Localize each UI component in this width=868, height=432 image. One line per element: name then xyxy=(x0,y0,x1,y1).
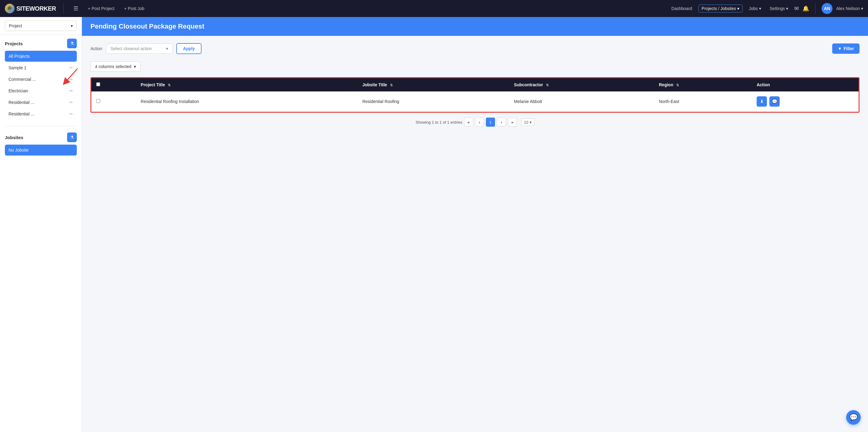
top-navigation: 🪖 SITEWORKER ☰ + Post Project + Post Job… xyxy=(0,0,868,17)
sidebar-item-commercial[interactable]: Commercial ... ✏ xyxy=(5,74,77,85)
cell-action: ⬇ 💬 xyxy=(752,91,859,112)
table-row: Residential Roofing Installation Residen… xyxy=(91,91,859,112)
first-page-button[interactable]: « xyxy=(464,118,473,127)
edit-icon[interactable]: ✏ xyxy=(69,77,73,82)
project-selector-area: Project ▾ xyxy=(0,17,82,35)
logo-icon: 🪖 xyxy=(5,4,14,13)
sidebar-item-all-projects[interactable]: All Projects xyxy=(5,51,77,62)
message-button[interactable]: 💬 xyxy=(769,96,780,107)
filter-button[interactable]: ▼ Filter xyxy=(832,44,860,54)
main-content: Pending Closeout Package Request Action … xyxy=(82,17,868,432)
col-jobsite-title[interactable]: Jobsite Title ⇅ xyxy=(358,78,509,91)
chevron-down-icon: ▾ xyxy=(71,23,73,28)
content-area: Action Select closeout action ▾ Apply ▼ … xyxy=(82,36,868,432)
jobsites-section: Jobsites ⚗ No Jobsite xyxy=(0,129,82,160)
columns-selector[interactable]: 4 columns selected ▾ xyxy=(90,61,141,72)
chevron-down-icon: ▾ xyxy=(134,64,136,69)
bell-icon[interactable]: 🔔 xyxy=(802,5,809,12)
columns-label: 4 columns selected xyxy=(95,64,131,69)
projects-filter-button[interactable]: ⚗ xyxy=(67,38,77,48)
avatar: AN xyxy=(822,3,833,14)
jobsites-title: Jobsites xyxy=(5,135,23,140)
sidebar-item-electrician[interactable]: Electrician ✏ xyxy=(5,85,77,96)
nav-post-project[interactable]: + Post Project xyxy=(86,5,117,12)
nav-settings[interactable]: Settings ▾ xyxy=(767,5,790,12)
data-table-wrapper: Project Title ⇅ Jobsite Title ⇅ Subcontr… xyxy=(90,77,860,113)
sidebar-item-residential-2[interactable]: Residential ... ✏ xyxy=(5,109,77,119)
edit-icon[interactable]: ✏ xyxy=(69,65,73,70)
nav-projects-jobsites[interactable]: Projects / Jobsites ▾ xyxy=(699,5,743,12)
sidebar-item-label: Commercial ... xyxy=(8,77,36,82)
pagination: Showing 1 to 1 of 1 entries « ‹ 1 › » 10… xyxy=(90,113,860,132)
username-display[interactable]: Alex Neilson ▾ xyxy=(836,6,863,11)
edit-icon[interactable]: ✏ xyxy=(69,100,73,105)
pagination-info: Showing 1 to 1 of 1 entries xyxy=(415,120,462,124)
projects-section: Projects ⚗ All Projects Sample 1 ✏ Comme… xyxy=(0,35,82,124)
cell-project-title: Residential Roofing Installation xyxy=(136,91,358,112)
filter-label: Filter xyxy=(844,46,854,51)
page-1-button[interactable]: 1 xyxy=(486,118,495,127)
sidebar-divider xyxy=(5,126,77,126)
col-subcontractor[interactable]: Subcontractor ⇅ xyxy=(509,78,654,91)
per-page-selector[interactable]: 10 ▾ xyxy=(521,118,534,126)
row-action-buttons: ⬇ 💬 xyxy=(756,96,854,107)
projects-title: Projects xyxy=(5,41,23,46)
action-label: Action xyxy=(90,46,102,51)
project-dropdown[interactable]: Project ▾ xyxy=(5,21,77,31)
sort-icon: ⇅ xyxy=(546,83,549,87)
nav-right: Dashboard Projects / Jobsites ▾ Jobs ▾ S… xyxy=(669,3,863,14)
nav-jobs[interactable]: Jobs ▾ xyxy=(746,5,763,12)
sidebar-item-label: Electrician xyxy=(8,88,28,93)
download-button[interactable]: ⬇ xyxy=(756,96,767,107)
sort-icon: ⇅ xyxy=(168,83,170,87)
sidebar-item-label: No Jobsite xyxy=(8,148,29,152)
select-all-checkbox[interactable] xyxy=(96,82,100,86)
sidebar-item-no-jobsite[interactable]: No Jobsite xyxy=(5,145,77,155)
col-checkbox[interactable] xyxy=(91,78,136,91)
closeout-action-select[interactable]: Select closeout action ▾ xyxy=(106,44,173,54)
col-region[interactable]: Region ⇅ xyxy=(654,78,752,91)
chevron-down-icon: ▾ xyxy=(530,120,532,124)
hamburger-menu[interactable]: ☰ xyxy=(71,4,81,13)
col-action: Action xyxy=(752,78,859,91)
page-header: Pending Closeout Package Request xyxy=(82,17,868,36)
app-name: SITEWORKER xyxy=(17,5,56,12)
main-layout: Project ▾ Projects ⚗ All Projects Sample… xyxy=(0,17,868,432)
apply-button[interactable]: Apply xyxy=(176,43,202,54)
last-page-button[interactable]: » xyxy=(508,118,517,127)
nav-dashboard[interactable]: Dashboard xyxy=(669,5,695,12)
table-header: Project Title ⇅ Jobsite Title ⇅ Subcontr… xyxy=(91,78,859,91)
prev-page-button[interactable]: ‹ xyxy=(475,118,484,127)
cell-region: North-East xyxy=(654,91,752,112)
sidebar-item-sample1[interactable]: Sample 1 ✏ xyxy=(5,62,77,73)
jobsites-header: Jobsites ⚗ xyxy=(5,133,77,142)
page-title: Pending Closeout Package Request xyxy=(90,23,204,30)
sidebar-item-label: Residential ... xyxy=(8,112,34,116)
chat-fab-button[interactable]: 💬 xyxy=(846,410,861,425)
row-checkbox-cell[interactable] xyxy=(91,91,136,112)
data-table: Project Title ⇅ Jobsite Title ⇅ Subcontr… xyxy=(91,78,859,112)
cell-subcontractor: Melanie Abbott xyxy=(509,91,654,112)
row-checkbox[interactable] xyxy=(96,99,100,103)
projects-header: Projects ⚗ xyxy=(5,38,77,48)
filter-icon: ▼ xyxy=(838,46,842,51)
cell-jobsite-title: Residential Roofing xyxy=(358,91,509,112)
table-body: Residential Roofing Installation Residen… xyxy=(91,91,859,112)
action-bar: Action Select closeout action ▾ Apply ▼ … xyxy=(90,43,860,54)
edit-icon[interactable]: ✏ xyxy=(69,112,73,116)
col-project-title[interactable]: Project Title ⇅ xyxy=(136,78,358,91)
next-page-button[interactable]: › xyxy=(497,118,506,127)
jobsites-filter-button[interactable]: ⚗ xyxy=(67,133,77,142)
nav-post-job[interactable]: + Post Job xyxy=(122,5,147,12)
sidebar-item-label: All Projects xyxy=(8,54,30,59)
sidebar-item-residential-1[interactable]: Residential ... ✏ xyxy=(5,97,77,108)
select-placeholder: Select closeout action xyxy=(111,46,152,51)
sidebar-item-label: Residential ... xyxy=(8,100,34,105)
project-dropdown-label: Project xyxy=(9,23,22,28)
sidebar-item-label: Sample 1 xyxy=(8,65,26,70)
sort-icon: ⇅ xyxy=(390,83,393,87)
chevron-down-icon: ▾ xyxy=(166,46,168,51)
mail-icon[interactable]: ✉ xyxy=(794,5,799,12)
sidebar: Project ▾ Projects ⚗ All Projects Sample… xyxy=(0,17,82,432)
edit-icon[interactable]: ✏ xyxy=(69,88,73,93)
